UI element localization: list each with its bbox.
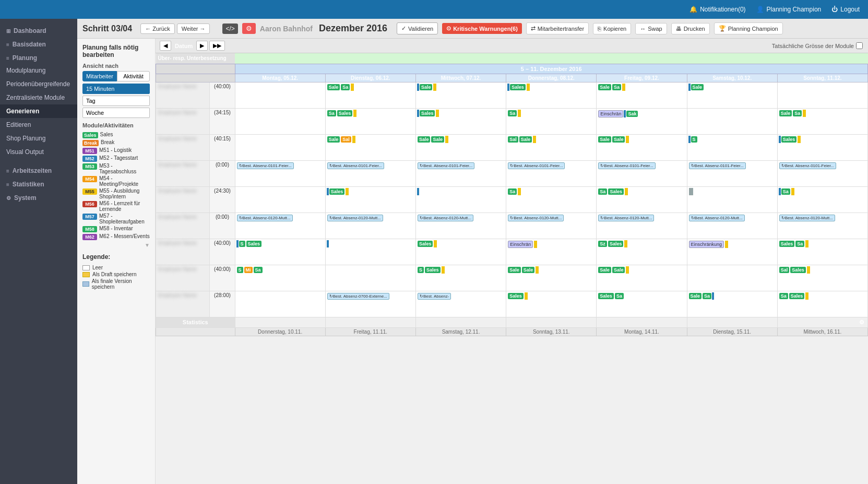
sidebar-section-basisdaten[interactable]: ≡ Basisdaten <box>0 37 77 50</box>
emp-day-4-6[interactable]: Sa <box>777 186 867 213</box>
emp-day-6-6[interactable]: SalesSa <box>777 239 867 265</box>
sidebar-section-arbeitszeiten[interactable]: ≡ Arbeitszeiten <box>0 163 77 176</box>
emp-day-3-5[interactable]: ↻Best. Absenz-0101-Feier... <box>687 160 777 186</box>
emp-day-1-2[interactable]: Sales <box>415 108 506 134</box>
emp-day-0-4[interactable]: SaleSa <box>597 82 687 108</box>
warnungen-button[interactable]: ⊙ Kritische Warnungen(6) <box>442 23 522 34</box>
emp-day-7-3[interactable]: SaleSale <box>506 265 597 291</box>
sidebar-section-dashboard[interactable]: ⊞ Dashboard <box>0 23 77 37</box>
emp-day-5-6[interactable]: ↻Best. Absenz-0120-Mutt... <box>777 213 867 239</box>
emp-day-2-2[interactable]: SaleSale <box>415 134 506 160</box>
emp-day-4-4[interactable]: SaSales <box>597 186 687 213</box>
emp-day-4-3[interactable]: Sa <box>506 186 597 213</box>
emp-day-8-3[interactable]: Sales <box>506 291 597 317</box>
emp-day-0-2[interactable]: Sale <box>415 82 506 108</box>
aktivitaet-view-btn[interactable]: Aktivität <box>117 71 150 81</box>
emp-day-8-1[interactable]: ↻Best. Absenz-0700-Externe... <box>325 291 415 317</box>
emp-day-3-6[interactable]: ↻Best. Absenz-0101-Feier... <box>777 160 867 186</box>
prev-arrow[interactable]: ◀ <box>160 41 171 51</box>
emp-day-0-0[interactable] <box>235 82 325 108</box>
emp-day-4-2[interactable] <box>415 186 506 213</box>
emp-day-7-4[interactable]: SaleSale <box>597 265 687 291</box>
champion-button[interactable]: 🏆 Planning Champion <box>714 22 783 34</box>
next-arrow-1[interactable]: ▶ <box>196 41 208 51</box>
emp-day-5-4[interactable]: ↻Best. Absenz-0120-Mutt... <box>597 213 687 239</box>
emp-day-5-5[interactable]: ↻Best. Absenz-0120-Mutt... <box>687 213 777 239</box>
emp-day-1-5[interactable] <box>687 108 777 134</box>
user-menu[interactable]: 👤 Planning Champion <box>756 6 822 13</box>
emp-day-1-4[interactable]: EinschränSak <box>597 108 687 134</box>
emp-day-8-4[interactable]: SalesSa <box>597 291 687 317</box>
back-button[interactable]: ← Zurück <box>140 23 175 34</box>
emp-day-2-1[interactable]: SaleSal <box>325 134 415 160</box>
emp-day-3-4[interactable]: ↻Best. Absenz-0101-Feier... <box>597 160 687 186</box>
tag-btn[interactable]: Tag <box>82 96 150 106</box>
emp-day-2-3[interactable]: SalSale <box>506 134 597 160</box>
emp-day-1-3[interactable]: Sa <box>506 108 597 134</box>
emp-day-0-3[interactable]: Sales <box>506 82 597 108</box>
sidebar-item-visualoutput[interactable]: Visual Output <box>0 145 77 159</box>
sidebar-item-modulplanung[interactable]: Modulplanung <box>0 64 77 77</box>
sidebar-item-shopplanung[interactable]: Shop Planung <box>0 132 77 145</box>
emp-day-8-6[interactable]: SaSales <box>777 291 867 317</box>
emp-day-6-3[interactable]: Einschrän <box>506 239 597 265</box>
emp-day-5-0[interactable]: ↻Best. Absenz-0120-Mutt... <box>235 213 325 239</box>
emp-day-6-5[interactable]: Einschränkung <box>687 239 777 265</box>
emp-day-3-3[interactable]: ↻Best. Absenz-0101-Feier... <box>506 160 597 186</box>
emp-day-5-2[interactable]: ↻Best. Absenz-0120-Mutt... <box>415 213 506 239</box>
woche-btn[interactable]: Woche <box>82 108 150 118</box>
emp-day-7-1[interactable] <box>325 265 415 291</box>
emp-day-2-0[interactable] <box>235 134 325 160</box>
emp-day-0-1[interactable]: SaleSa <box>325 82 415 108</box>
emp-day-0-6[interactable] <box>777 82 867 108</box>
notifications-btn[interactable]: 🔔 Notifikationen(0) <box>689 6 745 13</box>
sidebar-section-statistiken[interactable]: ≡ Statistiken <box>0 176 77 190</box>
15min-btn[interactable]: 15 Minuten <box>82 84 150 94</box>
emp-day-7-2[interactable]: SSales <box>415 265 506 291</box>
emp-day-1-0[interactable] <box>235 108 325 134</box>
emp-day-6-0[interactable]: SSales <box>235 239 325 265</box>
sidebar-item-zentralisierte[interactable]: Zentralisierte Module <box>0 91 77 104</box>
emp-day-4-0[interactable] <box>235 186 325 213</box>
emp-day-8-2[interactable]: ↻Best. Absenz- <box>415 291 506 317</box>
emp-day-4-1[interactable]: Sales <box>325 186 415 213</box>
emp-day-2-5[interactable]: S <box>687 134 777 160</box>
settings-icon[interactable]: ⚙ <box>242 23 256 34</box>
emp-day-5-3[interactable]: ↻Best. Absenz-0120-Mutt... <box>506 213 597 239</box>
emp-day-6-4[interactable]: SzSales <box>597 239 687 265</box>
emp-day-7-5[interactable] <box>687 265 777 291</box>
emp-day-1-6[interactable]: SaleSa <box>777 108 867 134</box>
sidebar-section-planung[interactable]: ≡ Planung <box>0 50 77 64</box>
code-icon[interactable]: </> <box>222 23 237 34</box>
emp-day-2-4[interactable]: SaleSale <box>597 134 687 160</box>
sidebar-section-system[interactable]: ⚙ System <box>0 190 77 204</box>
emp-day-4-5[interactable] <box>687 186 777 213</box>
emp-day-3-2[interactable]: ↻Best. Absenz-0101-Feier... <box>415 160 506 186</box>
logout-btn[interactable]: ⏻ Logout <box>831 6 860 13</box>
emp-day-7-0[interactable]: SMiSa <box>235 265 325 291</box>
transfer-button[interactable]: ⇄ Mitarbeitertransfer <box>526 22 589 34</box>
sidebar-item-editieren[interactable]: Editieren <box>0 118 77 132</box>
sidebar-item-generieren[interactable]: Generieren <box>0 104 77 118</box>
emp-day-3-1[interactable]: ↻Best. Absenz-0101-Feier... <box>325 160 415 186</box>
next-arrow-2[interactable]: ▶▶ <box>209 41 225 51</box>
validieren-button[interactable]: ✓ Validieren <box>397 22 438 34</box>
schedule-container[interactable]: Über- resp. Unterbesetzung <box>156 53 868 484</box>
sidebar-item-periodenuebergreifende[interactable]: Periodenübergreifende <box>0 77 77 91</box>
emp-day-8-0[interactable] <box>235 291 325 317</box>
emp-day-0-5[interactable]: Sale <box>687 82 777 108</box>
emp-day-3-0[interactable]: ↻Best. Absenz-0101-Feier... <box>235 160 325 186</box>
emp-day-7-6[interactable]: SalSales <box>777 265 867 291</box>
drucken-button[interactable]: 🖶 Drucken <box>671 23 710 34</box>
emp-day-8-5[interactable]: SaleSa <box>687 291 777 317</box>
tatsaechlich-checkbox[interactable] <box>856 42 863 49</box>
emp-day-5-1[interactable]: ↻Best. Absenz-0120-Mutt... <box>325 213 415 239</box>
emp-day-1-1[interactable]: SaSales <box>325 108 415 134</box>
forward-button[interactable]: Weiter → <box>177 23 210 34</box>
kopieren-button[interactable]: ⎘ Kopieren <box>593 23 631 34</box>
mitarbeiter-view-btn[interactable]: Mitarbeiter <box>82 71 117 81</box>
emp-day-6-1[interactable] <box>325 239 415 265</box>
emp-day-6-2[interactable]: Sales <box>415 239 506 265</box>
swap-button[interactable]: ↔ Swap <box>635 23 667 34</box>
emp-day-2-6[interactable]: Sales <box>777 134 867 160</box>
